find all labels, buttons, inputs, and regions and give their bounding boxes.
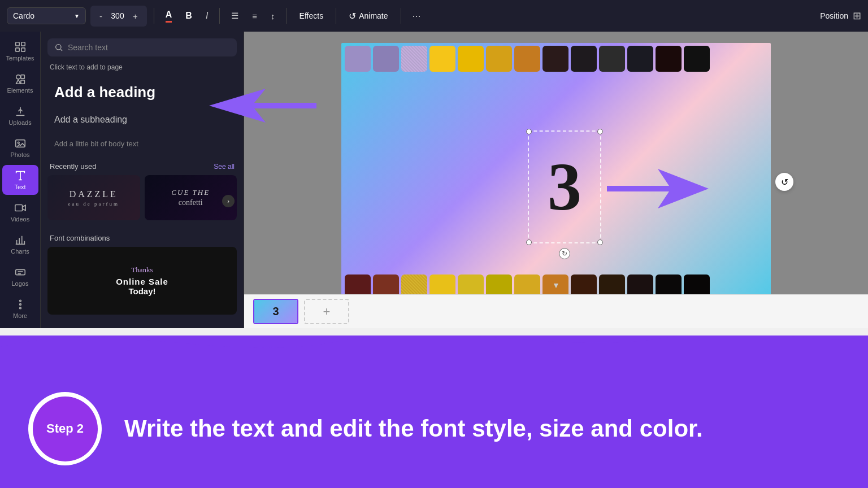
sidebar-item-logos[interactable]: Logos bbox=[2, 262, 38, 291]
film-cell bbox=[627, 46, 653, 72]
bold-icon: B bbox=[185, 11, 192, 21]
list-button[interactable]: ≡ bbox=[248, 8, 262, 24]
canvas-area: 3 ↻ ↺ ▼ 3 bbox=[244, 32, 868, 328]
recent-fonts-container: DAZZLE eau de parfum CUE THE confetti › bbox=[41, 175, 244, 227]
text-icon bbox=[14, 169, 27, 182]
font-size-decrease-button[interactable]: - bbox=[95, 8, 107, 24]
font-combinations-header: Font combinations bbox=[41, 227, 244, 247]
animate-button[interactable]: ↺ Animate bbox=[343, 7, 393, 25]
svg-rect-3 bbox=[21, 48, 24, 51]
font-cue-line2: confetti bbox=[179, 198, 203, 207]
position-button[interactable]: Position bbox=[820, 11, 848, 20]
film-cell bbox=[429, 46, 455, 72]
slide-thumbnail-1[interactable]: 3 bbox=[253, 299, 298, 324]
sidebar-label-logos: Logos bbox=[12, 280, 29, 287]
text-color-button[interactable]: A bbox=[161, 6, 177, 26]
svg-rect-0 bbox=[15, 42, 19, 46]
sidebar-item-text[interactable]: Text bbox=[2, 165, 38, 195]
wave-svg bbox=[0, 336, 868, 364]
canvas-refresh-button[interactable]: ↺ bbox=[775, 173, 793, 191]
add-body-option[interactable]: Add a little bit of body text bbox=[45, 133, 239, 154]
filmstrip-top bbox=[341, 43, 771, 74]
svg-point-4 bbox=[16, 75, 20, 79]
toolbar-divider-1 bbox=[154, 8, 154, 24]
main-canvas[interactable]: 3 ↻ bbox=[341, 43, 771, 303]
see-all-button[interactable]: See all bbox=[214, 163, 235, 171]
film-cell bbox=[401, 46, 427, 72]
font-combinations-preview: Thanks Online Sale Today! bbox=[47, 247, 237, 315]
italic-button[interactable]: I bbox=[201, 7, 212, 24]
click-hint: Click text to add to page bbox=[41, 63, 244, 77]
font-dazzle-main: DAZZLE bbox=[70, 189, 118, 199]
svg-rect-5 bbox=[20, 75, 24, 79]
add-slide-icon: + bbox=[323, 304, 331, 319]
canvas-arrow bbox=[607, 166, 709, 211]
font-comb-text2: Online Sale bbox=[116, 277, 168, 286]
film-cell bbox=[458, 46, 484, 72]
sidebar-item-more[interactable]: More bbox=[2, 294, 38, 324]
text-element-3[interactable]: 3 ↻ bbox=[528, 130, 601, 243]
chart-icon bbox=[14, 234, 27, 246]
timeline-bar: 3 + bbox=[244, 294, 868, 328]
line-height-button[interactable]: ↕ bbox=[266, 8, 280, 24]
scroll-down-indicator[interactable]: ▼ bbox=[552, 281, 560, 290]
step-circle-inner: Step 2 bbox=[33, 396, 98, 461]
text-color-icon: A bbox=[166, 10, 172, 23]
search-input[interactable] bbox=[68, 43, 230, 52]
sidebar-item-uploads[interactable]: Uploads bbox=[2, 101, 38, 130]
body-label: Add a little bit of body text bbox=[54, 140, 138, 148]
resize-handle-tl[interactable] bbox=[526, 129, 532, 134]
resize-handle-tr[interactable] bbox=[597, 129, 603, 134]
font-size-increase-button[interactable]: + bbox=[128, 8, 142, 24]
effects-button[interactable]: Effects bbox=[294, 8, 329, 24]
toolbar-divider-3 bbox=[287, 8, 287, 24]
resize-handle-br[interactable] bbox=[597, 239, 603, 245]
align-button[interactable]: ☰ bbox=[227, 7, 243, 24]
font-selector[interactable]: Cardo ▼ bbox=[7, 7, 86, 24]
film-cell bbox=[542, 46, 568, 72]
film-cell bbox=[684, 46, 710, 72]
sidebar-item-elements[interactable]: Elements bbox=[2, 68, 38, 98]
text-panel: Click text to add to page Add a heading … bbox=[41, 32, 244, 328]
main-area: Templates Elements Uploads Photo bbox=[0, 32, 868, 328]
svg-rect-10 bbox=[15, 205, 22, 211]
font-dazzle-sub: eau de parfum bbox=[68, 201, 119, 207]
scroll-right-button[interactable]: › bbox=[222, 195, 235, 207]
sidebar-item-templates[interactable]: Templates bbox=[2, 36, 38, 66]
list-icon: ≡ bbox=[252, 11, 257, 21]
chevron-down-icon: ▼ bbox=[74, 13, 80, 19]
step-description: Write the text and edit the font style, … bbox=[124, 415, 703, 443]
font-comb-text1: Thanks bbox=[116, 265, 168, 274]
step-content: Step 2 Write the text and edit the font … bbox=[0, 375, 868, 488]
sidebar-item-photos[interactable]: Photos bbox=[2, 133, 38, 163]
bottom-overlay: Step 2 Write the text and edit the font … bbox=[0, 336, 868, 488]
rotate-handle[interactable]: ↻ bbox=[559, 248, 570, 259]
italic-icon: I bbox=[206, 11, 208, 21]
film-cell bbox=[599, 46, 625, 72]
bold-button[interactable]: B bbox=[181, 7, 197, 24]
more-icon bbox=[14, 298, 27, 311]
sidebar-label-text: Text bbox=[14, 184, 25, 190]
grid-button[interactable]: ⊞ bbox=[853, 10, 861, 22]
subheading-label: Add a subheading bbox=[54, 115, 127, 124]
sidebar-item-videos[interactable]: Videos bbox=[2, 197, 38, 227]
more-options-button[interactable]: ··· bbox=[408, 7, 426, 25]
font-comb-text3: Today! bbox=[116, 286, 168, 296]
add-slide-button[interactable]: + bbox=[304, 299, 349, 324]
slide-number: 3 bbox=[272, 305, 279, 318]
slide-thumb-bg: 3 bbox=[254, 300, 297, 323]
step-label: Step 2 bbox=[46, 421, 84, 436]
sidebar-item-charts[interactable]: Charts bbox=[2, 229, 38, 259]
font-name-label: Cardo bbox=[13, 11, 34, 20]
resize-handle-bl[interactable] bbox=[526, 239, 532, 245]
canvas-wrapper: 3 ↻ ↺ bbox=[341, 43, 771, 303]
svg-point-9 bbox=[18, 142, 19, 143]
video-icon bbox=[14, 202, 27, 214]
font-card-dazzle[interactable]: DAZZLE eau de parfum bbox=[47, 175, 140, 220]
align-icon: ☰ bbox=[231, 11, 238, 21]
logo-icon bbox=[14, 266, 27, 278]
svg-rect-1 bbox=[21, 42, 24, 46]
annotation-arrow bbox=[209, 86, 316, 128]
animate-icon: ↺ bbox=[349, 11, 356, 21]
recently-used-header: Recently used See all bbox=[41, 155, 244, 175]
